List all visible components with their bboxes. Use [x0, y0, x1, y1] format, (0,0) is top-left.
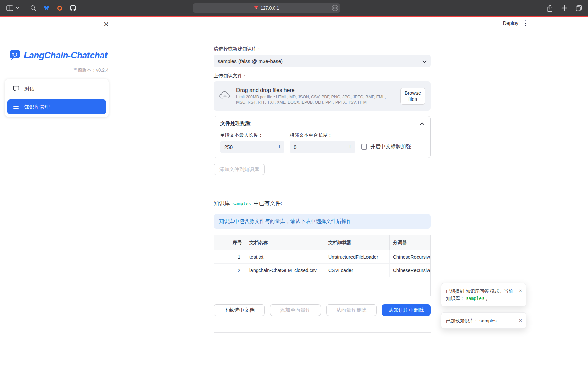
- cloud-upload-icon: [219, 91, 231, 102]
- cell-no: 1: [229, 250, 246, 263]
- overlap-decrement-button[interactable]: −: [335, 143, 345, 151]
- kb-files-prefix: 知识库: [214, 200, 230, 207]
- chinese-title-enhance-checkbox[interactable]: 开启中文标题加强: [361, 132, 424, 153]
- toast-close-icon[interactable]: ×: [518, 288, 523, 294]
- table-row[interactable]: 2 langchain-ChatGLM_closed.csv CSVLoader…: [214, 264, 430, 277]
- row-marker-header: [214, 235, 229, 250]
- sidebar-menu: 对话 知识库管理: [5, 79, 109, 117]
- dropzone-text: Drag and drop files here Limit 200MB per…: [236, 87, 400, 105]
- chevron-down-icon[interactable]: [15, 4, 19, 12]
- chunk-size-decrement-button[interactable]: −: [264, 143, 274, 151]
- app-logo: LangChain-Chatchat: [9, 49, 107, 62]
- main-content: 请选择或新建知识库： samples (faiss @ m3e-base) 上传…: [214, 17, 431, 333]
- add-to-vector-store-button[interactable]: 添加至向量库: [270, 304, 321, 316]
- checkbox-label: 开启中文标题加强: [370, 143, 411, 150]
- browser-window: 127.0.0.1 × LangC: [0, 0, 588, 368]
- logo-text: LangChain-Chatchat: [24, 50, 107, 61]
- kb-selected-value: samples (faiss @ m3e-base): [218, 58, 422, 64]
- url-text: 127.0.0.1: [261, 5, 279, 11]
- chunk-size-value[interactable]: 250: [220, 144, 264, 150]
- cell-name: test.txt: [246, 250, 325, 263]
- cell-no: 2: [229, 264, 246, 277]
- chunk-size-increment-button[interactable]: +: [274, 143, 284, 151]
- files-table: 序号 文档名称 文档加载器 分词器 1 test.txt Unstructure…: [214, 235, 431, 296]
- chat-bubble-icon: [13, 86, 19, 93]
- site-favicon-icon: [254, 5, 259, 11]
- kb-files-heading: 知识库 samples 中已有文件:: [214, 200, 431, 207]
- expander-title: 文件处理配置: [220, 120, 251, 127]
- chatbot-logo-icon: [9, 49, 21, 62]
- action-buttons-row: 下载选中文档 添加至向量库 从向量库删除 从知识库中删除: [214, 304, 431, 316]
- deploy-button[interactable]: Deploy: [503, 20, 518, 26]
- github-icon[interactable]: [69, 4, 77, 12]
- row-marker-cell: [214, 264, 229, 277]
- overlap-increment-button[interactable]: +: [345, 143, 355, 151]
- toast-text: 已加载知识库： samples: [446, 317, 516, 324]
- upload-label: 上传知识文件：: [214, 73, 431, 79]
- version-label: 当前版本：v0.2.4: [73, 67, 109, 73]
- stack-list-icon: [13, 104, 19, 110]
- column-header-loader[interactable]: 文档加载器: [325, 235, 390, 250]
- overlap-label: 相邻文本重合长度：: [290, 132, 355, 138]
- column-header-splitter[interactable]: 分词器: [390, 235, 430, 250]
- expander-header[interactable]: 文件处理配置: [214, 116, 430, 131]
- file-dropzone[interactable]: Drag and drop files here Limit 200MB per…: [214, 81, 431, 111]
- sidebar-toggle-icon[interactable]: [6, 4, 14, 12]
- sidebar-item-knowledge-base[interactable]: 知识库管理: [7, 99, 106, 114]
- toast-kb-code: samples: [466, 296, 485, 301]
- kb-files-suffix: 中已有文件:: [254, 200, 282, 207]
- expander-body: 单段文本最大长度： 250 − + 相邻文本重合长度： 0 − +: [214, 131, 430, 158]
- cell-name: langchain-ChatGLM_closed.csv: [246, 264, 325, 277]
- cell-loader: CSVLoader: [325, 264, 390, 277]
- tabs-overview-icon[interactable]: [575, 4, 583, 12]
- chunk-size-input[interactable]: 250 − +: [220, 141, 284, 153]
- divider: [214, 189, 431, 189]
- blue-favicon-icon[interactable]: [43, 4, 50, 12]
- cell-splitter: ChineseRecursive: [390, 250, 430, 263]
- toast-close-icon[interactable]: ×: [518, 317, 523, 324]
- dropzone-title: Drag and drop files here: [236, 87, 396, 93]
- toast-text: 已切换到 知识库问答 模式。当前知识库： samples 。: [446, 288, 516, 302]
- sidebar-item-label: 对话: [24, 86, 35, 92]
- row-marker-cell: [214, 250, 229, 263]
- delete-from-vector-store-button[interactable]: 从向量库删除: [326, 304, 377, 316]
- download-selected-button[interactable]: 下载选中文档: [214, 304, 265, 316]
- address-bar[interactable]: 127.0.0.1: [193, 3, 340, 13]
- info-banner: 知识库中包含源文件与向量库，请从下表中选择文件后操作: [214, 214, 431, 229]
- column-header-name[interactable]: 文档名称: [246, 235, 325, 250]
- toast-kb-loaded: 已加载知识库： samples ×: [441, 312, 526, 329]
- dropzone-limits: Limit 200MB per file • HTML, MD, JSON, C…: [236, 95, 396, 105]
- orange-favicon-icon[interactable]: [56, 4, 63, 12]
- sidebar: × LangChain-Chatchat 当前版本：v0.2.4 对话: [0, 17, 114, 368]
- chunk-size-label: 单段文本最大长度：: [220, 132, 284, 138]
- toast-mode-switched: 已切换到 知识库问答 模式。当前知识库： samples 。 ×: [441, 283, 526, 306]
- main-menu-kebab-icon[interactable]: ⋮: [522, 19, 529, 27]
- column-header-no[interactable]: 序号: [229, 235, 246, 250]
- browser-toolbar: 127.0.0.1: [0, 0, 588, 16]
- table-header-row: 序号 文档名称 文档加载器 分词器: [214, 235, 430, 250]
- sidebar-item-label: 知识库管理: [24, 104, 50, 110]
- kb-selectbox[interactable]: samples (faiss @ m3e-base): [214, 55, 431, 67]
- search-icon[interactable]: [29, 4, 37, 12]
- overlap-value[interactable]: 0: [290, 144, 335, 150]
- checkbox-box-icon: [361, 144, 367, 150]
- overlap-input[interactable]: 0 − +: [290, 141, 355, 153]
- cell-splitter: ChineseRecursive: [390, 264, 430, 277]
- cell-loader: UnstructuredFileLoader: [325, 250, 390, 263]
- sidebar-item-dialogue[interactable]: 对话: [7, 81, 106, 96]
- file-config-expander: 文件处理配置 单段文本最大长度： 250 − +: [214, 116, 431, 158]
- new-tab-icon[interactable]: [560, 4, 568, 12]
- chevron-down-icon: [422, 58, 427, 64]
- share-icon[interactable]: [546, 4, 553, 12]
- table-row[interactable]: 1 test.txt UnstructuredFileLoader Chines…: [214, 250, 430, 264]
- sidebar-close-button[interactable]: ×: [101, 19, 111, 29]
- kb-name-code: samples: [232, 201, 251, 206]
- toast-text-suffix: 。: [486, 296, 490, 301]
- delete-from-kb-button[interactable]: 从知识库中删除: [382, 304, 431, 316]
- page-menu-icon[interactable]: [332, 5, 338, 12]
- divider: [214, 332, 431, 333]
- browse-files-button[interactable]: Browse files: [400, 88, 425, 105]
- kb-select-label: 请选择或新建知识库：: [214, 46, 431, 52]
- chevron-up-icon: [420, 120, 424, 126]
- add-files-button[interactable]: 添加文件到知识库: [214, 164, 265, 175]
